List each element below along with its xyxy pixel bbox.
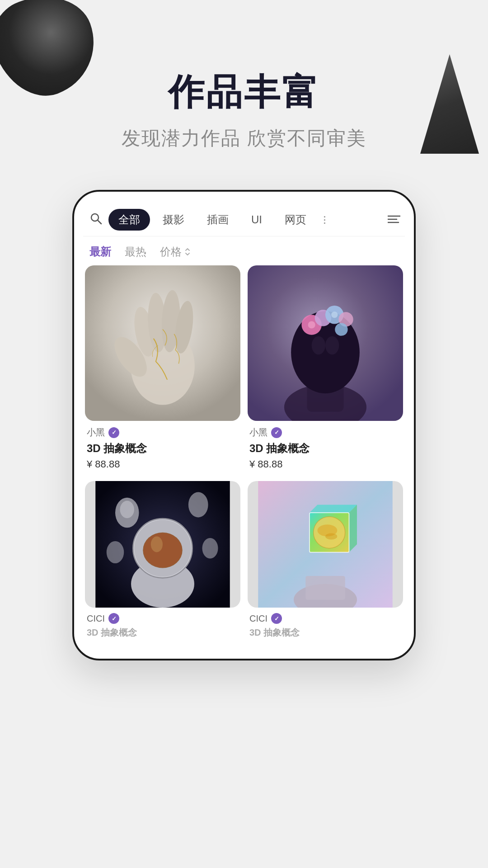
astronaut-artwork bbox=[85, 481, 240, 608]
author-name-3: CICI bbox=[87, 613, 105, 624]
crystal-artwork bbox=[248, 481, 403, 608]
search-icon[interactable] bbox=[88, 210, 104, 230]
svg-point-24 bbox=[331, 311, 338, 318]
phone-mockup: 全部 摄影 插画 UI 网页 ⋮ 最新 最热 价格 bbox=[72, 190, 416, 660]
bust-artwork bbox=[248, 265, 403, 421]
svg-point-36 bbox=[151, 537, 163, 552]
svg-point-47 bbox=[325, 533, 337, 540]
product-card-4[interactable]: CICI ✓ 3D 抽象概念 bbox=[248, 481, 403, 645]
nav-tab-web[interactable]: 网页 bbox=[275, 209, 316, 231]
svg-point-27 bbox=[120, 501, 135, 519]
product-title-4: 3D 抽象概念 bbox=[249, 627, 401, 639]
product-info-1: 小黑 ✓ 3D 抽象概念 ¥ 88.88 bbox=[85, 421, 240, 474]
hero-section: 作品丰富 发现潜力作品 欣赏不同审美 bbox=[0, 72, 488, 151]
filter-latest[interactable]: 最新 bbox=[89, 245, 111, 259]
product-info-3: CICI ✓ 3D 抽象概念 bbox=[85, 608, 240, 645]
product-price-1: ¥ 88.88 bbox=[87, 458, 239, 470]
product-image-1 bbox=[85, 265, 240, 421]
product-title-2: 3D 抽象概念 bbox=[249, 441, 401, 456]
hero-subtitle: 发现潜力作品 欣赏不同审美 bbox=[0, 126, 488, 151]
phone-mockup-container: 全部 摄影 插画 UI 网页 ⋮ 最新 最热 价格 bbox=[72, 190, 416, 660]
svg-point-22 bbox=[335, 323, 347, 335]
svg-rect-40 bbox=[305, 576, 345, 600]
nav-tabs: 全部 摄影 插画 UI 网页 ⋮ bbox=[108, 209, 383, 231]
hero-title: 作品丰富 bbox=[0, 72, 488, 112]
product-price-2: ¥ 88.88 bbox=[249, 458, 401, 470]
author-name-4: CICI bbox=[249, 613, 267, 624]
hand-artwork bbox=[85, 265, 240, 421]
nav-tab-illustration[interactable]: 插画 bbox=[197, 209, 239, 231]
product-author-1: 小黑 ✓ bbox=[87, 426, 239, 439]
product-card-3[interactable]: CICI ✓ 3D 抽象概念 bbox=[85, 481, 240, 645]
verified-badge-1: ✓ bbox=[108, 427, 119, 438]
product-title-1: 3D 抽象概念 bbox=[87, 441, 239, 456]
product-card-2[interactable]: 小黑 ✓ 3D 抽象概念 ¥ 88.88 bbox=[248, 265, 403, 474]
product-info-2: 小黑 ✓ 3D 抽象概念 ¥ 88.88 bbox=[248, 421, 403, 474]
svg-point-16 bbox=[312, 336, 325, 354]
svg-point-35 bbox=[144, 533, 182, 567]
filter-price-label: 价格 bbox=[160, 245, 182, 259]
product-author-2: 小黑 ✓ bbox=[249, 426, 401, 439]
verified-badge-2: ✓ bbox=[271, 427, 282, 438]
svg-point-17 bbox=[325, 336, 339, 354]
filter-hot[interactable]: 最热 bbox=[125, 245, 146, 259]
svg-point-29 bbox=[107, 541, 124, 563]
product-title-3: 3D 抽象概念 bbox=[87, 627, 239, 639]
filter-price[interactable]: 价格 bbox=[160, 245, 192, 259]
nav-tab-ui[interactable]: UI bbox=[241, 210, 272, 230]
svg-marker-42 bbox=[349, 505, 357, 552]
menu-icon[interactable] bbox=[388, 213, 400, 227]
svg-point-28 bbox=[188, 492, 208, 518]
svg-point-23 bbox=[308, 321, 315, 328]
filter-bar: 最新 最热 价格 bbox=[83, 236, 405, 265]
product-author-4: CICI ✓ bbox=[249, 613, 401, 624]
sort-icon bbox=[183, 248, 192, 256]
product-image-4 bbox=[248, 481, 403, 608]
svg-point-30 bbox=[202, 538, 218, 559]
author-name-1: 小黑 bbox=[87, 426, 105, 439]
svg-line-1 bbox=[98, 220, 101, 224]
verified-badge-3: ✓ bbox=[108, 613, 119, 624]
product-image-3 bbox=[85, 481, 240, 608]
product-card-1[interactable]: 小黑 ✓ 3D 抽象概念 ¥ 88.88 bbox=[85, 265, 240, 474]
author-name-2: 小黑 bbox=[249, 426, 267, 439]
product-grid: 小黑 ✓ 3D 抽象概念 ¥ 88.88 bbox=[83, 265, 405, 645]
nav-bar: 全部 摄影 插画 UI 网页 ⋮ bbox=[83, 201, 405, 236]
product-image-2 bbox=[248, 265, 403, 421]
svg-marker-41 bbox=[310, 505, 357, 513]
nav-tab-photo[interactable]: 摄影 bbox=[153, 209, 194, 231]
nav-more-icon[interactable]: ⋮ bbox=[320, 214, 330, 225]
nav-tab-all[interactable]: 全部 bbox=[108, 209, 150, 231]
product-author-3: CICI ✓ bbox=[87, 613, 239, 624]
verified-badge-4: ✓ bbox=[271, 613, 282, 624]
product-info-4: CICI ✓ 3D 抽象概念 bbox=[248, 608, 403, 645]
